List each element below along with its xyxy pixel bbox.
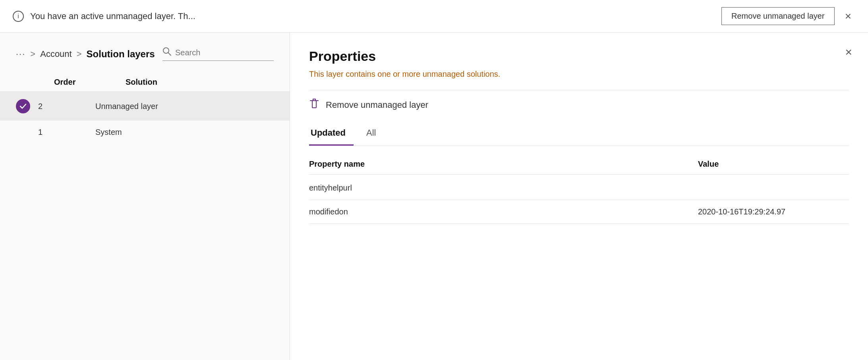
- table-container: Order Solution 2 Unmanaged layer 1 Syste…: [0, 69, 290, 360]
- prop-value-modifiedon: 2020-10-16T19:29:24.97: [698, 207, 849, 216]
- tabs-divider: [309, 146, 849, 146]
- trash-icon: [309, 98, 319, 112]
- row-order: 1: [38, 128, 95, 137]
- prop-row-entityhelpurl: entityhelpurl: [309, 176, 849, 200]
- col-solution-header: Solution: [126, 78, 266, 87]
- left-panel: ··· > Account > Solution layers: [0, 33, 290, 360]
- prop-header-row: Property name Value: [309, 156, 849, 175]
- prop-name-modifiedon: modifiedon: [309, 207, 698, 216]
- search-box: [162, 47, 274, 61]
- svg-line-1: [168, 53, 171, 56]
- panel-close-button[interactable]: ×: [845, 45, 852, 59]
- panel-title: Properties: [309, 49, 849, 64]
- tab-all[interactable]: All: [365, 123, 384, 146]
- breadcrumb-sep2: >: [77, 49, 82, 59]
- remove-unmanaged-row[interactable]: Remove unmanaged layer: [309, 98, 849, 112]
- breadcrumb: ··· > Account > Solution layers: [16, 49, 155, 60]
- svg-rect-2: [312, 101, 316, 108]
- breadcrumb-row: ··· > Account > Solution layers: [0, 33, 290, 69]
- notification-text: You have an active unmanaged layer. Th..…: [30, 11, 715, 21]
- tab-updated[interactable]: Updated: [309, 123, 354, 146]
- properties-panel: × Properties This layer contains one or …: [290, 33, 868, 360]
- table-row[interactable]: 1 System: [0, 121, 290, 144]
- prop-row-modifiedon: modifiedon 2020-10-16T19:29:24.97: [309, 200, 849, 224]
- breadcrumb-sep1: >: [30, 49, 35, 59]
- col-order-header: Order: [54, 78, 126, 87]
- row-check-icon: [16, 99, 30, 113]
- main-area: ··· > Account > Solution layers: [0, 33, 868, 360]
- table-header-row: Order Solution: [0, 73, 290, 92]
- breadcrumb-dots[interactable]: ···: [16, 49, 25, 59]
- breadcrumb-account[interactable]: Account: [40, 49, 72, 59]
- prop-table: Property name Value entityhelpurl modifi…: [309, 156, 849, 224]
- remove-unmanaged-label: Remove unmanaged layer: [326, 100, 428, 110]
- search-icon: [162, 47, 171, 58]
- breadcrumb-current: Solution layers: [87, 49, 155, 60]
- notification-close-button[interactable]: ×: [841, 8, 855, 24]
- row-solution: System: [95, 128, 266, 137]
- notification-bar: i You have an active unmanaged layer. Th…: [0, 0, 868, 33]
- tabs-row: Updated All: [309, 123, 849, 146]
- table-row[interactable]: 2 Unmanaged layer: [0, 92, 290, 121]
- prop-name-entityhelpurl: entityhelpurl: [309, 183, 698, 193]
- panel-divider: [309, 90, 849, 90]
- panel-subtitle: This layer contains one or more unmanage…: [309, 70, 849, 79]
- info-icon: i: [13, 11, 24, 22]
- row-order: 2: [38, 102, 95, 111]
- remove-unmanaged-button[interactable]: Remove unmanaged layer: [721, 7, 835, 25]
- prop-col-value-header: Value: [698, 160, 849, 169]
- prop-col-name-header: Property name: [309, 160, 698, 169]
- row-solution: Unmanaged layer: [95, 102, 266, 111]
- search-input[interactable]: [175, 48, 263, 57]
